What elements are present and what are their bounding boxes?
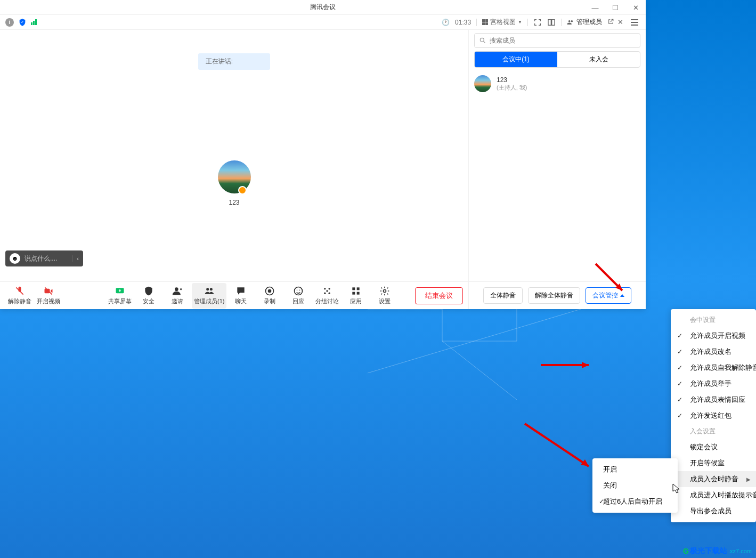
search-box[interactable] [474, 33, 640, 48]
manage-members-button[interactable]: 管理成员(1) [192, 283, 226, 309]
svg-point-11 [297, 290, 298, 291]
tab-in-meeting[interactable]: 会议中(1) [475, 52, 557, 67]
member-tabs: 会议中(1) 未入会 [474, 51, 640, 68]
svg-point-16 [329, 293, 330, 294]
menu-mute-on-join[interactable]: 成员入会时静音▶ [671, 471, 756, 487]
panel-footer: 全体静音 解除全体静音 会议管控 [469, 281, 646, 309]
app-window: 腾讯会议 — ☐ ✕ i 🕐 01:33 宫格视图 ▼ [0, 0, 646, 309]
mute-all-button[interactable]: 全体静音 [483, 287, 523, 304]
svg-point-5 [175, 287, 178, 291]
speaking-banner: 正在讲话: [198, 53, 270, 70]
search-icon [479, 37, 486, 44]
menu-allow-rename[interactable]: ✓允许成员改名 [671, 344, 756, 360]
submenu-off[interactable]: 关闭 [592, 478, 678, 494]
menu-allow-raise-hand[interactable]: ✓允许成员举手 [671, 376, 756, 392]
fullscreen-icon[interactable] [533, 18, 542, 27]
view-selector[interactable]: 宫格视图 ▼ [482, 18, 522, 27]
search-input[interactable] [490, 37, 636, 44]
menu-allow-video[interactable]: ✓允许成员开启视频 [671, 328, 756, 344]
menu-allow-self-unmute[interactable]: ✓允许成员自我解除静音 [671, 360, 756, 376]
meeting-control-menu: 会中设置 ✓允许成员开启视频 ✓允许成员改名 ✓允许成员自我解除静音 ✓允许成员… [671, 309, 756, 522]
members-panel-title: 管理成员 [567, 18, 602, 27]
member-role: (主持人, 我) [497, 84, 527, 92]
meeting-timer: 01:33 [455, 19, 471, 26]
security-button[interactable]: 安全 [134, 283, 163, 309]
unmute-button[interactable]: 解除静音 [5, 283, 34, 309]
apps-button[interactable]: 应用 [342, 283, 370, 309]
menu-lock-meeting[interactable]: 锁定会议 [671, 439, 756, 455]
svg-point-15 [324, 293, 326, 294]
collapse-icon[interactable]: ‹ [72, 255, 79, 262]
member-row[interactable]: 123 (主持人, 我) [474, 73, 640, 94]
svg-point-12 [299, 290, 300, 291]
chat-button[interactable]: 聊天 [226, 283, 255, 309]
svg-rect-21 [357, 292, 360, 295]
svg-point-14 [329, 288, 330, 289]
video-grid: 正在讲话: 123 ☻ 说点什么.... ‹ [0, 30, 468, 309]
close-button[interactable]: ✕ [625, 0, 646, 15]
menu-section-in-meeting: 会中设置 [671, 312, 756, 328]
chat-placeholder: 说点什么.... [25, 254, 68, 263]
svg-rect-0 [548, 19, 551, 25]
svg-point-9 [268, 289, 272, 293]
svg-rect-1 [552, 19, 555, 25]
emoji-icon[interactable]: ☻ [10, 253, 20, 264]
sidebar-toggle-icon[interactable] [547, 18, 556, 27]
minimize-button[interactable]: — [585, 0, 605, 15]
close-panel-icon[interactable]: ✕ [617, 18, 623, 26]
bottom-toolbar: 解除静音 开启视频 共享屏幕 安全 邀请 管理成员(1) [0, 281, 468, 309]
participant-tile[interactable]: 123 [218, 160, 251, 206]
svg-point-13 [324, 288, 326, 289]
svg-rect-19 [357, 287, 360, 290]
caret-up-icon [620, 294, 624, 297]
member-list: 123 (主持人, 我) [469, 68, 646, 281]
annotation-arrow [538, 360, 597, 370]
svg-point-10 [295, 287, 303, 295]
member-name: 123 [497, 76, 527, 84]
svg-rect-20 [353, 292, 355, 295]
avatar [218, 160, 251, 193]
menu-icon[interactable] [629, 19, 640, 26]
unmute-all-button[interactable]: 解除全体静音 [528, 287, 580, 304]
header-bar: i 🕐 01:33 宫格视图 ▼ 管理成员 [0, 15, 646, 30]
svg-rect-18 [353, 287, 355, 290]
info-icon[interactable]: i [5, 18, 14, 27]
avatar [474, 75, 491, 92]
menu-play-join-tone[interactable]: 成员进入时播放提示音 [671, 487, 756, 503]
clock-icon: 🕐 [442, 19, 450, 26]
menu-section-join: 入会设置 [671, 424, 756, 439]
submenu-on[interactable]: 开启 [592, 462, 678, 478]
breakout-button[interactable]: 分组讨论 [313, 283, 342, 309]
grid-icon [482, 19, 488, 25]
share-screen-button[interactable]: 共享屏幕 [105, 283, 134, 309]
menu-allow-redpacket[interactable]: ✓允许发送红包 [671, 408, 756, 424]
invite-button[interactable]: 邀请 [163, 283, 192, 309]
popout-icon[interactable] [607, 18, 614, 25]
title-bar: 腾讯会议 — ☐ ✕ [0, 0, 646, 15]
svg-point-2 [480, 38, 484, 42]
menu-export-members[interactable]: 导出参会成员 [671, 503, 756, 519]
watermark: G极光下载站.xz7.com [683, 546, 752, 556]
svg-point-22 [384, 290, 386, 293]
start-video-button[interactable]: 开启视频 [34, 283, 63, 309]
shield-icon[interactable] [18, 18, 27, 27]
host-badge-icon [238, 186, 247, 195]
members-panel: 会议中(1) 未入会 123 (主持人, 我) 全体静音 解除全体静音 会议管控 [468, 30, 646, 309]
signal-icon [31, 19, 37, 25]
window-title: 腾讯会议 [310, 3, 336, 12]
end-meeting-button[interactable]: 结束会议 [415, 287, 463, 304]
meeting-control-button[interactable]: 会议管控 [586, 287, 631, 304]
menu-allow-reactions[interactable]: ✓允许成员表情回应 [671, 392, 756, 408]
maximize-button[interactable]: ☐ [605, 0, 625, 15]
quick-chat[interactable]: ☻ 说点什么.... ‹ [5, 250, 83, 266]
settings-button[interactable]: 设置 [370, 283, 399, 309]
menu-waiting-room[interactable]: 开启等候室 [671, 455, 756, 471]
cursor-icon [672, 483, 681, 494]
mute-on-join-submenu: 开启 关闭 ✓超过6人后自动开启 [592, 458, 678, 513]
participant-name: 123 [229, 199, 239, 206]
submenu-auto6[interactable]: ✓超过6人后自动开启 [592, 494, 678, 510]
record-button[interactable]: 录制 [255, 283, 284, 309]
tab-not-joined[interactable]: 未入会 [557, 52, 640, 67]
reactions-button[interactable]: 回应 [284, 283, 313, 309]
svg-point-17 [327, 290, 328, 292]
